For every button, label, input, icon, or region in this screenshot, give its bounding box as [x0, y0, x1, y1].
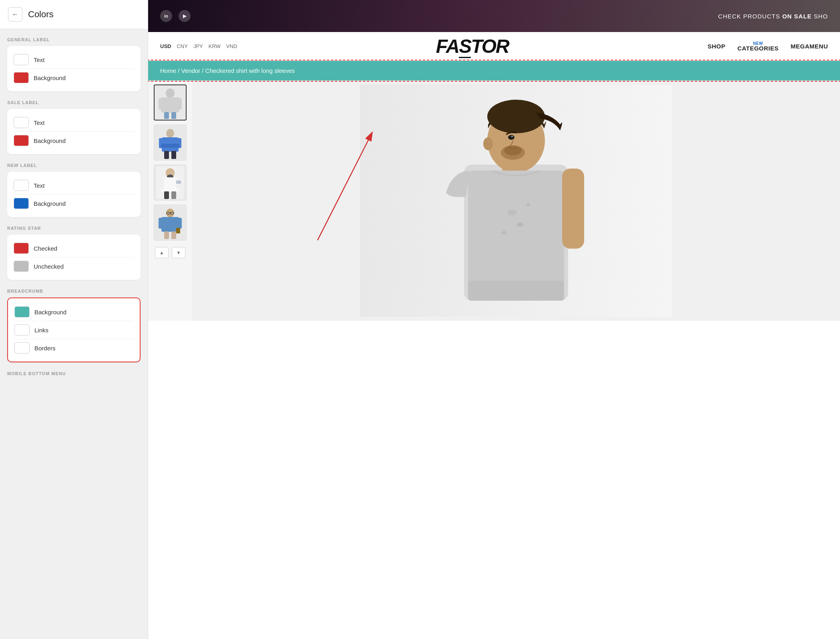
breadcrumb-bar: Home / Vendor / Checkered shirt with lon…: [148, 61, 840, 80]
general-bg-row: Background: [14, 70, 134, 86]
rating-unchecked-label: Unchecked: [34, 263, 64, 270]
general-label-card: Text Background: [7, 46, 141, 91]
new-text-row: Text: [14, 177, 134, 193]
breadcrumb-card: Background Links Borders: [7, 297, 141, 362]
breadcrumb-bg-swatch[interactable]: [14, 306, 30, 317]
nav-megamenu[interactable]: MEGAMENU: [791, 43, 828, 50]
sale-label-card: Text Background: [7, 109, 141, 154]
new-text-swatch[interactable]: [14, 180, 29, 191]
svg-rect-25: [171, 191, 176, 199]
store-nav-links: SHOP NEW CATEGORIES MEGAMENU: [707, 41, 828, 52]
breadcrumb-bg-row: Background: [14, 304, 133, 320]
svg-rect-53: [562, 169, 584, 249]
breadcrumb-links-swatch[interactable]: [14, 324, 30, 336]
general-label-section-title: GENERAL LABEL: [7, 37, 141, 42]
svg-point-45: [504, 146, 522, 155]
right-panel: in ▶ CHECK PRODUCTS ON SALE SHO USD CNY …: [148, 0, 840, 639]
sale-text-swatch[interactable]: [14, 117, 29, 128]
svg-rect-33: [176, 218, 182, 229]
sale-banner-text: CHECK PRODUCTS ON SALE SHO: [718, 13, 828, 20]
linkedin-icon[interactable]: in: [160, 10, 172, 22]
rating-unchecked-row: Unchecked: [14, 258, 134, 274]
svg-rect-15: [164, 151, 169, 159]
breadcrumb-path: Home / Vendor / Checkered shirt with lon…: [160, 67, 295, 74]
thumbnail-1[interactable]: [154, 84, 187, 121]
thumbnail-2[interactable]: [154, 125, 187, 161]
svg-point-46: [483, 137, 493, 150]
product-main-image: [192, 80, 840, 321]
svg-rect-34: [176, 228, 180, 233]
general-bg-label: Background: [34, 74, 66, 81]
svg-rect-36: [171, 231, 176, 239]
breadcrumb-borders-label: Borders: [34, 345, 56, 352]
currency-usd[interactable]: USD: [160, 43, 171, 49]
breadcrumb-bar-wrapper: Home / Vendor / Checkered shirt with lon…: [148, 61, 840, 80]
svg-point-50: [517, 223, 523, 227]
general-text-label: Text: [34, 56, 45, 63]
new-text-label: Text: [34, 182, 45, 189]
sale-text-label: Text: [34, 119, 45, 126]
sale-text-row: Text: [14, 115, 134, 131]
svg-rect-5: [159, 98, 164, 109]
nav-shop[interactable]: SHOP: [707, 43, 725, 50]
currency-vnd[interactable]: VND: [226, 43, 237, 49]
thumbnail-4[interactable]: [154, 205, 187, 241]
product-thumbnails: ▲ ▼: [148, 80, 192, 321]
store-header-top: in ▶ CHECK PRODUCTS ON SALE SHO: [148, 0, 840, 32]
breadcrumb-borders-row: Borders: [14, 340, 133, 356]
thumbnail-nav: ▲ ▼: [155, 247, 185, 258]
back-button[interactable]: ←: [8, 7, 22, 22]
new-bg-label: Background: [34, 200, 66, 207]
svg-point-51: [502, 231, 506, 234]
nav-categories[interactable]: NEW CATEGORIES: [738, 41, 779, 52]
rating-unchecked-swatch[interactable]: [14, 261, 29, 272]
breadcrumb-borders-swatch[interactable]: [14, 342, 30, 354]
svg-rect-8: [171, 112, 176, 119]
svg-point-49: [507, 210, 517, 215]
thumbnail-3[interactable]: [154, 165, 187, 201]
sale-bg-swatch[interactable]: [14, 135, 29, 146]
currency-cny[interactable]: CNY: [177, 43, 187, 49]
rating-star-card: Checked Unchecked: [7, 235, 141, 280]
youtube-icon[interactable]: ▶: [179, 10, 191, 22]
general-text-swatch[interactable]: [14, 54, 29, 65]
panel-title: Colors: [28, 9, 54, 20]
svg-point-10: [166, 129, 174, 138]
svg-point-42: [508, 135, 514, 140]
store-social-icons: in ▶: [160, 10, 191, 22]
sale-banner: CHECK PRODUCTS ON SALE SHO: [718, 13, 828, 20]
svg-rect-16: [171, 151, 176, 159]
rating-checked-row: Checked: [14, 240, 134, 256]
rating-star-section-title: RATING STAR: [7, 226, 141, 231]
svg-rect-14: [161, 144, 179, 148]
new-bg-row: Background: [14, 195, 134, 211]
svg-rect-48: [468, 171, 564, 299]
store-logo: FASTOR: [436, 35, 509, 57]
svg-rect-32: [159, 218, 164, 229]
rating-checked-swatch[interactable]: [14, 243, 29, 254]
sale-label-section-title: SALE LABEL: [7, 100, 141, 105]
sale-bg-label: Background: [34, 137, 66, 144]
svg-rect-7: [164, 112, 169, 119]
breadcrumb-section-title: BREADCRUMB: [7, 289, 141, 293]
mobile-bottom-menu-section-title: MOBILE BOTTOM MENU: [7, 371, 141, 376]
currency-jpy[interactable]: JPY: [193, 43, 203, 49]
svg-rect-35: [164, 231, 169, 239]
store-nav: USD CNY JPY KRW VND FASTOR SHOP NEW CATE…: [148, 32, 840, 61]
breadcrumb-links-label: Links: [34, 327, 48, 334]
panel-header: ← Colors: [0, 0, 148, 29]
sale-bg-row: Background: [14, 133, 134, 149]
thumb-prev-button[interactable]: ▲: [155, 247, 169, 258]
thumb-next-button[interactable]: ▼: [172, 247, 185, 258]
svg-rect-23: [176, 181, 181, 184]
svg-point-43: [511, 136, 513, 137]
currency-krw[interactable]: KRW: [209, 43, 221, 49]
new-bg-swatch[interactable]: [14, 198, 29, 209]
rating-checked-label: Checked: [34, 245, 57, 252]
svg-rect-21: [159, 178, 164, 189]
left-panel: ← Colors GENERAL LABEL Text Background S…: [0, 0, 148, 639]
store-currency: USD CNY JPY KRW VND: [160, 43, 237, 49]
svg-point-3: [166, 88, 175, 98]
general-bg-swatch[interactable]: [14, 72, 29, 83]
product-area: ▲ ▼: [148, 80, 840, 321]
